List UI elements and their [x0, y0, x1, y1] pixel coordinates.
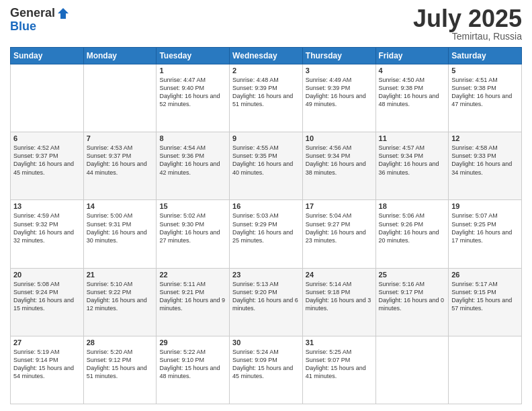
day-number: 22 [159, 271, 226, 279]
cell-info: Sunrise: 5:25 AM Sunset: 9:07 PM Dayligh… [306, 348, 373, 381]
calendar-cell: 5Sunrise: 4:51 AM Sunset: 9:38 PM Daylig… [449, 64, 522, 132]
cell-info: Sunrise: 5:19 AM Sunset: 9:14 PM Dayligh… [13, 348, 81, 381]
day-header-saturday: Saturday [449, 48, 522, 64]
day-header-monday: Monday [83, 48, 157, 64]
cell-info: Sunrise: 5:07 AM Sunset: 9:25 PM Dayligh… [451, 212, 519, 244]
logo-icon [56, 7, 70, 20]
day-number: 8 [159, 134, 226, 142]
calendar-cell: 11Sunrise: 4:57 AM Sunset: 9:34 PM Dayli… [375, 132, 449, 200]
calendar-cell: 13Sunrise: 4:59 AM Sunset: 9:32 PM Dayli… [11, 200, 84, 268]
calendar-cell: 25Sunrise: 5:16 AM Sunset: 9:17 PM Dayli… [375, 268, 449, 336]
day-number: 28 [87, 338, 154, 347]
cell-info: Sunrise: 5:08 AM Sunset: 9:24 PM Dayligh… [13, 280, 81, 313]
day-number: 15 [159, 202, 226, 210]
month-title: July 2025 [413, 7, 522, 31]
cell-info: Sunrise: 5:24 AM Sunset: 9:09 PM Dayligh… [232, 348, 300, 381]
cell-info: Sunrise: 5:16 AM Sunset: 9:17 PM Dayligh… [379, 280, 446, 313]
calendar-cell: 3Sunrise: 4:49 AM Sunset: 9:39 PM Daylig… [302, 64, 375, 132]
calendar-cell: 22Sunrise: 5:11 AM Sunset: 9:21 PM Dayli… [157, 268, 230, 336]
calendar-cell: 24Sunrise: 5:14 AM Sunset: 9:18 PM Dayli… [302, 268, 375, 336]
day-number: 31 [306, 338, 373, 347]
calendar-cell: 18Sunrise: 5:06 AM Sunset: 9:26 PM Dayli… [375, 200, 449, 268]
cell-info: Sunrise: 4:57 AM Sunset: 9:34 PM Dayligh… [379, 144, 446, 177]
calendar-cell: 30Sunrise: 5:24 AM Sunset: 9:09 PM Dayli… [230, 336, 303, 404]
calendar-cell: 19Sunrise: 5:07 AM Sunset: 9:25 PM Dayli… [449, 200, 522, 268]
day-number: 20 [13, 271, 81, 279]
calendar-cell: 4Sunrise: 4:50 AM Sunset: 9:38 PM Daylig… [375, 64, 449, 132]
cell-info: Sunrise: 5:17 AM Sunset: 9:15 PM Dayligh… [451, 280, 519, 313]
day-number: 27 [13, 338, 81, 347]
calendar-table: SundayMondayTuesdayWednesdayThursdayFrid… [10, 47, 522, 404]
day-number: 16 [232, 202, 300, 210]
cell-info: Sunrise: 4:48 AM Sunset: 9:39 PM Dayligh… [232, 76, 300, 109]
cell-info: Sunrise: 4:59 AM Sunset: 9:32 PM Dayligh… [13, 212, 81, 244]
calendar-cell: 16Sunrise: 5:03 AM Sunset: 9:29 PM Dayli… [230, 200, 303, 268]
day-header-wednesday: Wednesday [230, 48, 303, 64]
calendar-cell: 26Sunrise: 5:17 AM Sunset: 9:15 PM Dayli… [449, 268, 522, 336]
calendar-cell: 31Sunrise: 5:25 AM Sunset: 9:07 PM Dayli… [302, 336, 375, 404]
day-number: 30 [232, 338, 300, 347]
calendar-cell: 28Sunrise: 5:20 AM Sunset: 9:12 PM Dayli… [83, 336, 157, 404]
cell-info: Sunrise: 5:00 AM Sunset: 9:31 PM Dayligh… [87, 212, 154, 244]
day-number: 6 [13, 134, 81, 142]
calendar-cell: 20Sunrise: 5:08 AM Sunset: 9:24 PM Dayli… [11, 268, 84, 336]
day-number: 23 [232, 271, 300, 279]
calendar-cell: 10Sunrise: 4:56 AM Sunset: 9:34 PM Dayli… [302, 132, 375, 200]
calendar-cell: 1Sunrise: 4:47 AM Sunset: 9:40 PM Daylig… [157, 64, 230, 132]
calendar-cell [11, 64, 84, 132]
cell-info: Sunrise: 4:51 AM Sunset: 9:38 PM Dayligh… [451, 76, 519, 109]
calendar-cell [375, 336, 449, 404]
day-number: 9 [232, 134, 300, 142]
day-number: 1 [159, 66, 226, 75]
day-header-tuesday: Tuesday [157, 48, 230, 64]
calendar-cell: 14Sunrise: 5:00 AM Sunset: 9:31 PM Dayli… [83, 200, 157, 268]
day-number: 5 [451, 66, 519, 75]
calendar-cell: 6Sunrise: 4:52 AM Sunset: 9:37 PM Daylig… [11, 132, 84, 200]
cell-info: Sunrise: 5:03 AM Sunset: 9:29 PM Dayligh… [232, 212, 300, 244]
cell-info: Sunrise: 4:54 AM Sunset: 9:36 PM Dayligh… [159, 144, 226, 177]
day-number: 13 [13, 202, 81, 210]
day-number: 3 [306, 66, 373, 75]
day-number: 17 [306, 202, 373, 210]
day-number: 7 [87, 134, 154, 142]
cell-info: Sunrise: 5:11 AM Sunset: 9:21 PM Dayligh… [159, 280, 226, 313]
cell-info: Sunrise: 4:49 AM Sunset: 9:39 PM Dayligh… [306, 76, 373, 109]
cell-info: Sunrise: 5:13 AM Sunset: 9:20 PM Dayligh… [232, 280, 300, 313]
day-number: 19 [451, 202, 519, 210]
calendar-cell [449, 336, 522, 404]
day-number: 4 [379, 66, 446, 75]
cell-info: Sunrise: 4:55 AM Sunset: 9:35 PM Dayligh… [232, 144, 300, 177]
day-header-sunday: Sunday [11, 48, 84, 64]
calendar-cell: 23Sunrise: 5:13 AM Sunset: 9:20 PM Dayli… [230, 268, 303, 336]
calendar-cell: 17Sunrise: 5:04 AM Sunset: 9:27 PM Dayli… [302, 200, 375, 268]
cell-info: Sunrise: 5:20 AM Sunset: 9:12 PM Dayligh… [87, 348, 154, 381]
calendar-cell: 29Sunrise: 5:22 AM Sunset: 9:10 PM Dayli… [157, 336, 230, 404]
calendar-cell: 8Sunrise: 4:54 AM Sunset: 9:36 PM Daylig… [157, 132, 230, 200]
cell-info: Sunrise: 5:06 AM Sunset: 9:26 PM Dayligh… [379, 212, 446, 244]
calendar-cell: 21Sunrise: 5:10 AM Sunset: 9:22 PM Dayli… [83, 268, 157, 336]
cell-info: Sunrise: 4:50 AM Sunset: 9:38 PM Dayligh… [379, 76, 446, 109]
day-number: 14 [87, 202, 154, 210]
svg-marker-0 [58, 8, 69, 19]
calendar-cell: 15Sunrise: 5:02 AM Sunset: 9:30 PM Dayli… [157, 200, 230, 268]
calendar-cell: 2Sunrise: 4:48 AM Sunset: 9:39 PM Daylig… [230, 64, 303, 132]
cell-info: Sunrise: 5:22 AM Sunset: 9:10 PM Dayligh… [159, 348, 226, 381]
title-area: July 2025 Temirtau, Russia [413, 7, 522, 42]
cell-info: Sunrise: 5:10 AM Sunset: 9:22 PM Dayligh… [87, 280, 154, 313]
day-number: 24 [306, 271, 373, 279]
calendar-cell: 12Sunrise: 4:58 AM Sunset: 9:33 PM Dayli… [449, 132, 522, 200]
cell-info: Sunrise: 5:04 AM Sunset: 9:27 PM Dayligh… [306, 212, 373, 244]
day-number: 11 [379, 134, 446, 142]
day-number: 25 [379, 271, 446, 279]
cell-info: Sunrise: 4:58 AM Sunset: 9:33 PM Dayligh… [451, 144, 519, 177]
day-number: 10 [306, 134, 373, 142]
day-header-friday: Friday [375, 48, 449, 64]
day-number: 18 [379, 202, 446, 210]
logo: General Blue [10, 7, 70, 34]
logo-general-text: General [10, 7, 55, 20]
calendar-cell: 9Sunrise: 4:55 AM Sunset: 9:35 PM Daylig… [230, 132, 303, 200]
cell-info: Sunrise: 4:52 AM Sunset: 9:37 PM Dayligh… [13, 144, 81, 177]
cell-info: Sunrise: 4:56 AM Sunset: 9:34 PM Dayligh… [306, 144, 373, 177]
logo-blue-text: Blue [10, 20, 70, 34]
day-header-thursday: Thursday [302, 48, 375, 64]
